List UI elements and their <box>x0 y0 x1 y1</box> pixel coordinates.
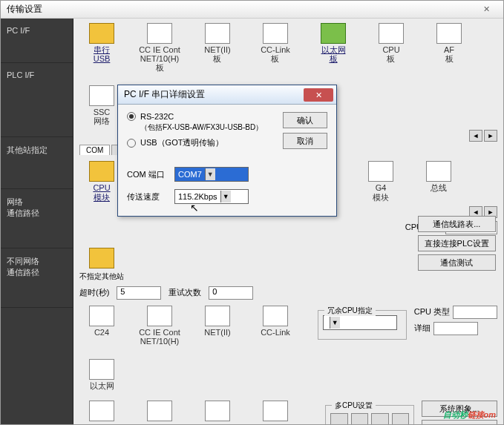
redundant-cpu-group: 冗余CPU指定 ▼ <box>318 310 407 340</box>
tab-com[interactable]: COM <box>79 145 110 155</box>
diff-network-path-row: C24 CC IE Cont NET/10(H) NET(II) CC-Link… <box>79 401 318 424</box>
dialog-cancel-button[interactable]: 取消 <box>283 133 327 149</box>
np-ethernet[interactable]: 以太网 <box>79 359 124 390</box>
radio-usb-input[interactable] <box>127 139 136 148</box>
ethernet-icon <box>321 23 346 44</box>
cpu-slot-4[interactable] <box>392 413 410 424</box>
com-port-row: COM 端口 COM7▼ <box>127 167 327 182</box>
dialog-close-button[interactable]: ✕ <box>304 88 333 102</box>
plcif-g4[interactable]: G4 模块 <box>359 161 403 201</box>
multi-cpu-group: 多CPU设置 1 2 3 4 目标CPU <box>325 405 414 424</box>
radio-rs232[interactable]: RS-232C <box>127 112 277 121</box>
speed-combo[interactable]: 115.2Kbps▼ <box>174 189 249 204</box>
pcif-cclink[interactable]: CC-Link 板 <box>253 23 298 72</box>
sidebar-item-network-path[interactable]: 网络 通信路径 <box>1 189 73 248</box>
bus-icon <box>426 161 451 182</box>
af-icon <box>436 23 462 44</box>
cpu-slot-2[interactable] <box>351 413 369 424</box>
redundant-combo[interactable]: ▼ <box>323 315 397 330</box>
radio-usb[interactable]: USB（GOT透明传输） <box>127 137 277 148</box>
scroll-right[interactable]: ► <box>484 130 497 142</box>
serial-detail-dialog: PC I/F 串口详细设置 ✕ RS-232C （包括FX-USB-AW/FX3… <box>117 85 337 217</box>
cpu-slot-3[interactable] <box>371 413 389 424</box>
dnp-cclink[interactable]: CC-Link <box>253 401 298 424</box>
speed-label: 传送速度 <box>127 191 168 202</box>
main-titlebar: 传输设置 ✕ <box>1 1 503 19</box>
plcif-bus[interactable]: 总线 <box>416 161 461 201</box>
pcif-ccie[interactable]: CC IE Cont NET/10(H)板 <box>137 23 182 72</box>
pcif-cpu[interactable]: CPU 板 <box>369 23 413 72</box>
dnp-ccie[interactable]: CC IE Cont NET/10(H) <box>137 401 182 424</box>
no-other-station[interactable] <box>79 248 124 270</box>
no-other-station-icon <box>89 248 114 268</box>
np-c24[interactable]: C24 <box>79 306 124 346</box>
netii-icon <box>205 23 230 44</box>
pcif-af[interactable]: AF 板 <box>427 23 471 72</box>
sidebar-item-other-station[interactable]: 其他站指定 <box>1 137 73 189</box>
direct-plc-button[interactable]: 直接连接PLC设置 <box>418 235 496 251</box>
comm-test-button[interactable]: 通信测试 <box>418 254 496 271</box>
dialog-ok-button[interactable]: 确认 <box>283 112 327 128</box>
retry-value[interactable]: 0 <box>209 286 253 300</box>
no-other-station-label: 不指定其他站 <box>79 271 497 282</box>
com-port-label: COM 端口 <box>127 169 168 180</box>
g4-icon <box>368 161 393 182</box>
serial-usb-icon <box>89 23 114 44</box>
cpu-type-label: CPU 类型 <box>414 306 450 317</box>
window-title: 传输设置 <box>7 3 42 16</box>
network-path-row: C24 CC IE Cont NET/10(H) NET(II) CC-Link… <box>79 306 310 390</box>
pcif-ethernet[interactable]: 以太网 板 <box>311 23 356 72</box>
radio-rs232-input[interactable] <box>127 112 136 121</box>
dnp-c24[interactable]: C24 <box>79 401 124 424</box>
sidebar-item-diff-network-path[interactable]: 不同网络 通信路径 <box>1 248 73 308</box>
dnp-netii[interactable]: NET(II) <box>195 401 240 424</box>
sidebar-item-pcif[interactable]: PC I/F <box>1 19 73 63</box>
ssc-icon <box>89 85 114 106</box>
pcif-netii[interactable]: NET(II) 板 <box>195 23 240 72</box>
route-list-button[interactable]: 通信线路表... <box>418 216 496 232</box>
detail-label: 详细 <box>414 323 431 334</box>
com-port-combo[interactable]: COM7▼ <box>174 167 249 182</box>
cclink-icon <box>263 23 288 44</box>
cpu-type-value <box>453 306 497 319</box>
sidebar-item-plcif[interactable]: PLC I/F <box>1 63 73 137</box>
detail-value <box>433 322 478 335</box>
pcif-serial-usb[interactable]: 串行 USB <box>79 23 124 72</box>
cpu-slot-1[interactable] <box>330 413 348 424</box>
rs232-note: （包括FX-USB-AW/FX3U-USB-BD） <box>127 122 277 133</box>
timeout-value[interactable]: 5 <box>117 286 161 300</box>
watermark: 自动秒链接om <box>443 406 497 421</box>
timeout-label: 超时(秒) <box>79 287 109 298</box>
np-ccie[interactable]: CC IE Cont NET/10(H) <box>137 306 182 346</box>
window-close-button[interactable]: ✕ <box>475 4 497 14</box>
ccie-icon <box>147 23 172 44</box>
right-button-column: 通信线路表... 直接连接PLC设置 通信测试 <box>418 216 496 271</box>
dialog-title: PC I/F 串口详细设置 <box>124 88 205 101</box>
sidebar: PC I/F PLC I/F 其他站指定 网络 通信路径 不同网络 通信路径 <box>1 19 73 424</box>
content-area: 串行 USB CC IE Cont NET/10(H)板 NET(II) 板 C… <box>73 19 503 424</box>
cpu-icon <box>379 23 404 44</box>
dialog-titlebar[interactable]: PC I/F 串口详细设置 ✕ <box>118 85 336 105</box>
scroll-left[interactable]: ◄ <box>469 130 482 142</box>
retry-label: 重试次数 <box>168 287 201 298</box>
np-cclink[interactable]: CC-Link <box>253 306 298 346</box>
speed-row: 传送速度 115.2Kbps▼ <box>127 189 327 204</box>
cpu-module-icon <box>89 161 114 182</box>
np-netii[interactable]: NET(II) <box>195 306 240 346</box>
timeout-row: 超时(秒) 5 重试次数 0 <box>79 286 497 300</box>
